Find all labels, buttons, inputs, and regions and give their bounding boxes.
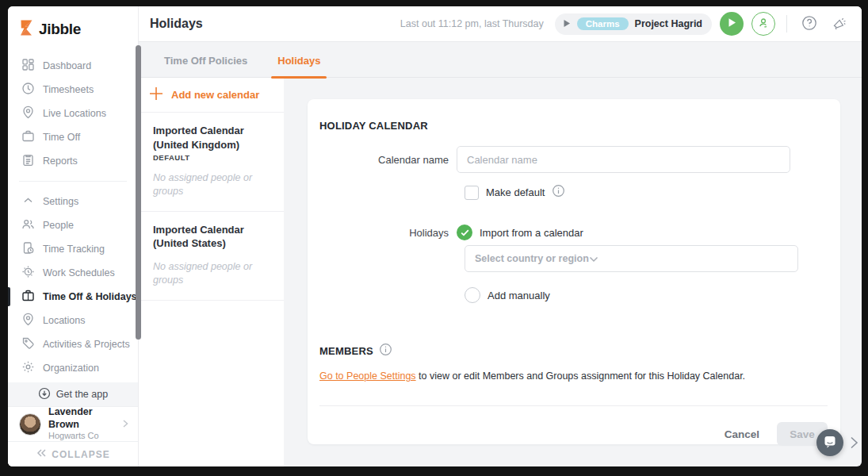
members-title: MEMBERS: [319, 345, 373, 357]
app-logo[interactable]: Jibble: [8, 6, 138, 51]
brand-name: Jibble: [39, 21, 81, 38]
clipboard-icon: [21, 153, 35, 169]
expand-panel-chevron[interactable]: [848, 436, 859, 452]
calendar-list-item[interactable]: Imported Calendar (United Kingdom) DEFAU…: [139, 113, 284, 212]
people-settings-link[interactable]: Go to People Settings: [319, 370, 416, 382]
main-area: Holidays Last out 11:12 pm, last Thursda…: [139, 6, 862, 466]
radio-unselected-icon: [465, 287, 480, 303]
sidebar-item-organization[interactable]: Organization: [8, 356, 138, 380]
people-icon: [21, 217, 35, 233]
calendar-list-panel: Add new calendar Imported Calendar (Unit…: [139, 78, 284, 466]
sidebar-item-time-off[interactable]: Time Off: [8, 125, 138, 149]
device-frame: Jibble Dashboard Timesheets Live Locatio…: [0, 0, 868, 476]
sidebar-nav: Dashboard Timesheets Live Locations Time…: [8, 51, 138, 380]
location-pin-icon: [21, 313, 35, 328]
user-profile-button[interactable]: Lavender Brown Hogwarts Co: [8, 406, 138, 441]
tab-time-off-policies[interactable]: Time Off Policies: [161, 55, 250, 77]
sidebar-item-live-locations[interactable]: Live Locations: [8, 102, 138, 125]
radio-selected-icon: [457, 225, 472, 240]
sidebar-section-settings[interactable]: Settings: [8, 190, 138, 213]
sidebar-item-label: Activities & Projects: [43, 339, 130, 350]
vertical-scrollbar-thumb[interactable]: [136, 45, 141, 340]
chat-icon: [823, 435, 837, 451]
add-manually-option[interactable]: Add manually: [465, 287, 828, 303]
help-button[interactable]: [798, 13, 820, 35]
sidebar-item-dashboard[interactable]: Dashboard: [8, 54, 138, 78]
device-clock-icon: [21, 241, 35, 257]
sidebar: Jibble Dashboard Timesheets Live Locatio…: [8, 6, 139, 466]
sidebar-item-activities-projects[interactable]: Activities & Projects: [8, 332, 138, 356]
country-select-placeholder: Select country or region: [475, 253, 589, 264]
sidebar-divider: [19, 181, 127, 182]
calendar-name-label: Calendar name: [319, 146, 457, 173]
holidays-row: Holidays Import from a calendar: [319, 225, 828, 240]
sidebar-item-label: Reports: [43, 155, 78, 167]
sidebar-item-label: Time Off & Holidays: [43, 291, 137, 302]
calendar-subtitle: No assigned people or groups: [153, 171, 271, 198]
sidebar-item-label: Dashboard: [43, 60, 91, 71]
calendar-name-input[interactable]: [457, 146, 790, 173]
info-icon[interactable]: [552, 184, 565, 201]
country-select[interactable]: Select country or region: [465, 245, 798, 272]
sidebar-item-label: Time Tracking: [43, 244, 105, 255]
briefcase-icon: [21, 129, 35, 145]
sidebar-item-timesheets[interactable]: Timesheets: [8, 78, 138, 102]
sidebar-item-locations[interactable]: Locations: [8, 309, 138, 332]
play-icon: [727, 17, 736, 30]
clock-in-play-button[interactable]: [720, 12, 744, 36]
calendar-list-item[interactable]: Imported Calendar (United States) No ass…: [139, 212, 284, 301]
holiday-calendar-card: HOLIDAY CALENDAR Calendar name Make defa…: [308, 99, 840, 444]
user-avatar: [19, 413, 41, 436]
schedule-icon: [21, 265, 35, 281]
calendar-title: Imported Calendar (United Kingdom): [153, 124, 271, 152]
project-name: Project Hagrid: [635, 18, 702, 29]
announcements-button[interactable]: [828, 13, 851, 35]
chevron-down-icon: [589, 251, 598, 266]
tab-bar: Time Off Policies Holidays: [139, 42, 862, 78]
get-app-label: Get the app: [56, 389, 108, 400]
sidebar-item-label: Work Schedules: [43, 267, 115, 278]
play-small-icon: [563, 17, 571, 31]
tab-holidays[interactable]: Holidays: [274, 55, 323, 77]
manual-option-label: Add manually: [488, 290, 550, 301]
tag-icon: [21, 336, 35, 352]
add-new-calendar-button[interactable]: Add new calendar: [139, 78, 284, 113]
user-company: Hogwarts Co: [48, 431, 113, 442]
sidebar-item-label: Live Locations: [43, 108, 106, 119]
user-name: Lavender Brown: [48, 406, 113, 431]
support-chat-button[interactable]: [816, 429, 843, 456]
info-icon[interactable]: [379, 343, 392, 359]
add-new-calendar-label: Add new calendar: [171, 89, 259, 101]
cancel-button[interactable]: Cancel: [725, 428, 759, 440]
briefcase-icon: [21, 289, 35, 305]
sidebar-item-time-off-holidays[interactable]: Time Off & Holidays: [8, 285, 138, 309]
make-default-label: Make default: [486, 186, 545, 198]
sidebar-item-work-schedules[interactable]: Work Schedules: [8, 261, 138, 285]
section-title: HOLIDAY CALENDAR: [319, 120, 828, 132]
members-section-header: MEMBERS: [319, 343, 828, 359]
page-title: Holidays: [150, 17, 203, 31]
location-pin-icon: [21, 106, 35, 121]
top-header: Holidays Last out 11:12 pm, last Thursda…: [139, 6, 862, 42]
chevron-right-icon: [120, 417, 130, 432]
collapse-sidebar-button[interactable]: COLLAPSE: [8, 441, 138, 466]
sidebar-item-people[interactable]: People: [8, 213, 138, 237]
make-default-checkbox[interactable]: [465, 186, 479, 200]
form-area: HOLIDAY CALENDAR Calendar name Make defa…: [284, 78, 862, 466]
sidebar-bottom: Get the app Lavender Brown Hogwarts Co C…: [8, 382, 138, 466]
jibble-hourglass-icon: [18, 19, 35, 40]
sidebar-item-reports[interactable]: Reports: [8, 149, 138, 173]
import-from-calendar-option[interactable]: Import from a calendar: [457, 225, 583, 240]
whos-in-button[interactable]: [751, 12, 775, 36]
help-circle-icon: [801, 14, 818, 34]
sidebar-item-label: Time Off: [43, 132, 80, 143]
activity-selector-pill[interactable]: Charms Project Hagrid: [555, 13, 712, 35]
clock-status-text: Last out 11:12 pm, last Thursday: [400, 18, 544, 29]
get-app-button[interactable]: Get the app: [8, 382, 138, 406]
import-option-label: Import from a calendar: [480, 227, 583, 239]
card-divider: [319, 405, 828, 406]
holidays-label: Holidays: [319, 227, 457, 239]
header-actions: Last out 11:12 pm, last Thursday Charms …: [400, 12, 851, 36]
sidebar-item-time-tracking[interactable]: Time Tracking: [8, 237, 138, 261]
content-area: Time Off Policies Holidays Add new calen…: [139, 42, 862, 466]
